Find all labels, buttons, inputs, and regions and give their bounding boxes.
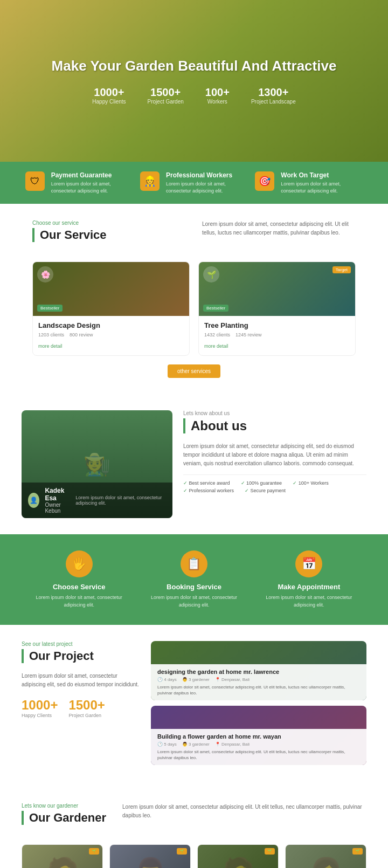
feature-1: Best service award <box>183 480 230 486</box>
project-stats: 1000+ Happy Clients 1500+ Project Garden <box>22 698 140 718</box>
hero-stat-workers: 100+ Workers <box>205 86 230 105</box>
appointment-icon: 📅 <box>295 550 322 577</box>
landscape-clients: 1203 clients <box>38 332 64 337</box>
target-desc: Lorem ipsum dolor sit amet, consectetur … <box>281 181 363 194</box>
project-title: Our Project <box>22 649 140 663</box>
step-booking: 📋 Booking Service Lorem ipsum dolor sit … <box>146 550 242 609</box>
project-card-2-location: 📍 Denpasar, Bali <box>215 742 250 747</box>
landscape-meta: 1203 clients 800 review <box>38 332 184 337</box>
target-title: Work On Target <box>281 171 363 179</box>
gardener-header: Lets know our gardener Our Gardener Lore… <box>22 803 366 833</box>
other-services-button[interactable]: other services <box>168 364 220 378</box>
hero-stat-landscape-num: 1300+ <box>251 86 296 99</box>
about-label: Lets know about us <box>183 410 366 416</box>
project-card-2-overlay: Building a flower garden at home mr. way… <box>151 729 366 765</box>
service-title: Our Service <box>32 228 186 242</box>
planting-target-badge: Target <box>332 266 351 273</box>
booking-desc: Lorem ipsum dolor sit amet, consectetur … <box>146 594 242 609</box>
planting-icon: 🌱 <box>203 266 219 283</box>
about-section: 🧑‍🌾 👤 Kadek Esa Owner Kebun Lorem ipsum … <box>0 394 388 534</box>
project-card-1-overlay: designing the garden at home mr. lawrenc… <box>151 664 366 700</box>
project-card-2-meta: 🕐 5 days 👨 3 gardener 📍 Denpasar, Bali <box>157 742 360 747</box>
project-right: designing the garden at home mr. lawrenc… <box>151 641 366 770</box>
about-title: About us <box>183 418 366 433</box>
project-card-1-meta: 🕐 4 days 👨 3 gardener 📍 Denpasar, Bali <box>157 677 360 682</box>
landscape-more-detail[interactable]: more detail <box>38 343 63 349</box>
gardener-img-1: 🧑 🌱 <box>22 845 102 868</box>
planting-meta: 1432 clients 1245 review <box>204 332 350 337</box>
hero-stat-clients-label: Happy Clients <box>92 99 126 105</box>
gardener-card-3: 🧑 🌱 👤 Wayan Juni Senior gardener f 📷 t i… <box>197 844 279 868</box>
project-label: See our latest project <box>22 641 140 647</box>
service-card-planting: 🌱 Bestseller Target Tree Planting 1432 c… <box>198 261 356 356</box>
feature-workers: 👷 Professional Workers Lorem ipsum dolor… <box>140 171 248 194</box>
feature-5: Secure payment <box>245 488 286 493</box>
hero-stats: 1000+ Happy Clients 1500+ Project Garden… <box>52 86 337 105</box>
workers-icon: 👷 <box>140 171 160 191</box>
planting-img: 🌱 Bestseller Target <box>199 262 355 316</box>
about-desc: Lorem ipsum dolor sit amet, consectetur … <box>183 442 366 468</box>
about-image: 🧑‍🌾 👤 Kadek Esa Owner Kebun Lorem ipsum … <box>22 410 172 518</box>
gardener-title: Our Gardener <box>22 811 106 825</box>
hero-content: Make Your Garden Beautiful And Attractiv… <box>52 57 337 105</box>
gardener-badge-3: 🌱 <box>265 848 275 855</box>
project-stat-garden: 1500+ Project Garden <box>68 698 105 718</box>
person-role: Owner Kebun <box>45 502 70 514</box>
hero-stat-clients: 1000+ Happy Clients <box>92 86 126 105</box>
project-card-2-gardener: 👨 3 gardener <box>182 742 210 747</box>
planting-reviews: 1245 review <box>235 332 262 337</box>
feature-payment: 🛡 Payment Guarantee Lorem ipsum dolor si… <box>25 171 133 194</box>
person-name: Kadek Esa <box>45 487 70 502</box>
gardener-img-4: 👩 🌱 <box>286 845 366 868</box>
gardener-img-2: 👨 🌱 <box>110 845 190 868</box>
workers-title: Professional Workers <box>166 171 248 179</box>
hero-stat-workers-label: Workers <box>205 99 230 105</box>
planting-body: Tree Planting 1432 clients 1245 review m… <box>199 316 355 355</box>
gardener-card-2: 👨 🌱 👤 Wayan Agus Senior gardener f 📷 t i… <box>109 844 191 868</box>
project-stat-clients-num: 1000+ <box>22 698 58 713</box>
about-caption: 👤 Kadek Esa Owner Kebun Lorem ipsum dolo… <box>22 483 172 518</box>
feature-4: Professional workers <box>183 488 234 493</box>
person-desc: Lorem ipsum dolor sit amet, consectetur … <box>75 495 166 506</box>
landscape-reviews: 800 review <box>70 332 93 337</box>
workers-desc: Lorem ipsum dolor sit amet, consectetur … <box>166 181 248 194</box>
service-desc: Lorem ipsum dolor sit amet, consectetur … <box>202 220 356 237</box>
planting-badge: Bestseller <box>203 305 228 312</box>
service-card-landscape: 🌸 Bestseller Landscape Design 1203 clien… <box>32 261 190 356</box>
gardener-label: Lets know our gardener <box>22 803 106 809</box>
payment-text: Payment Guarantee Lorem ipsum dolor sit … <box>51 171 133 194</box>
planting-more-detail[interactable]: more detail <box>204 343 228 349</box>
landscape-img: 🌸 Bestseller <box>33 262 189 316</box>
gardener-cards: 🧑 🌱 👤 Made Robert Senior gardener f 📷 t … <box>22 844 366 868</box>
hero-title: Make Your Garden Beautiful And Attractiv… <box>52 57 337 75</box>
service-header-left: Choose our service Our Service <box>32 220 186 251</box>
hero-stat-projects-label: Project Garden <box>148 99 184 105</box>
hero-section: Make Your Garden Beautiful And Attractiv… <box>0 0 388 162</box>
choose-title: Choose Service <box>31 583 128 591</box>
gardener-badge-4: 🌱 <box>352 848 363 855</box>
project-card-2: Building a flower garden at home mr. way… <box>151 706 366 765</box>
project-layout: See our latest project Our Project Lorem… <box>22 641 366 770</box>
landscape-icon: 🌸 <box>37 266 53 283</box>
project-section: See our latest project Our Project Lorem… <box>0 625 388 787</box>
landscape-body: Landscape Design 1203 clients 800 review… <box>33 316 189 355</box>
project-card-2-title: Building a flower garden at home mr. way… <box>157 733 360 740</box>
project-card-1-desc: Lorem ipsum dolor sit amet, consectetur … <box>157 684 360 696</box>
feature-target: 🎯 Work On Target Lorem ipsum dolor sit a… <box>255 171 363 194</box>
choose-desc: Lorem ipsum dolor sit amet, consectetur … <box>31 594 128 609</box>
gardener-badge-2: 🌱 <box>177 848 187 855</box>
about-divider <box>183 474 366 475</box>
gardener-img-3: 🧑 🌱 <box>198 845 278 868</box>
workers-text: Professional Workers Lorem ipsum dolor s… <box>166 171 248 194</box>
target-icon: 🎯 <box>255 171 274 191</box>
hero-stat-projects-num: 1500+ <box>148 86 184 99</box>
booking-icon: 📋 <box>181 550 207 577</box>
feature-2: 100% guarantee <box>241 480 282 486</box>
project-card-2-desc: Lorem ipsum dolor sit amet, consectetur … <box>157 749 360 761</box>
planting-clients: 1432 clients <box>204 332 230 337</box>
gardener-card-1: 🧑 🌱 👤 Made Robert Senior gardener f 📷 t … <box>22 844 103 868</box>
choose-icon: 🖐 <box>66 550 93 577</box>
project-card-1-days: 🕐 4 days <box>157 677 177 682</box>
hero-stat-landscape-label: Project Landscape <box>251 99 296 105</box>
gardener-header-right: Lorem ipsum dolor sit amet, consectetur … <box>106 803 366 820</box>
